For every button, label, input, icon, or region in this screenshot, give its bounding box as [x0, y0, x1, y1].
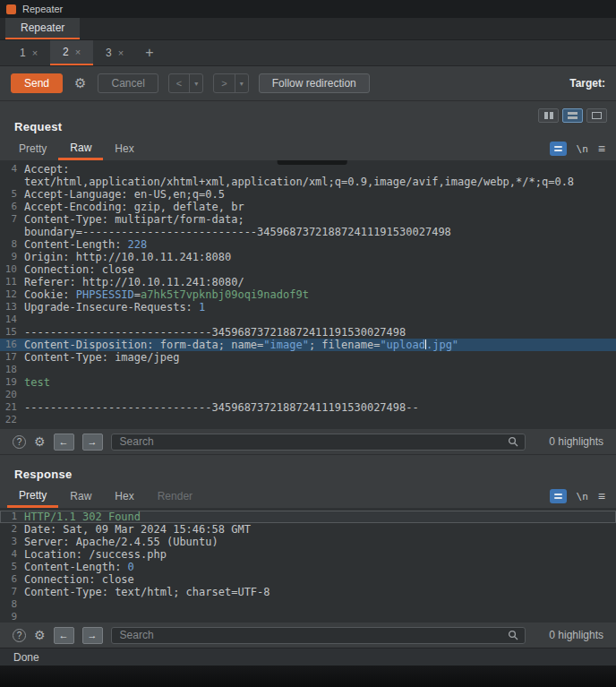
help-icon[interactable]: ?: [13, 629, 26, 642]
repeater-tab-1[interactable]: 1×: [7, 40, 50, 65]
code-line[interactable]: 7Content-Type: text/html; charset=UTF-8: [0, 586, 616, 598]
repeater-tab-bar: 1×2×3× +: [0, 40, 616, 66]
line-number: 2: [0, 523, 24, 536]
history-forward-button[interactable]: > ▾: [213, 73, 248, 93]
status-bar: Done: [0, 648, 616, 666]
code-line[interactable]: 6Connection: close: [0, 573, 616, 586]
line-number: 6: [0, 573, 24, 586]
code-line[interactable]: 1HTTP/1.1 302 Found: [0, 511, 616, 523]
response-tab-raw[interactable]: Raw: [58, 485, 103, 508]
response-search-input[interactable]: [118, 628, 503, 642]
close-tab-icon[interactable]: ×: [118, 47, 124, 58]
repeater-tabs: 1×2×3×: [7, 40, 136, 65]
code-line[interactable]: 21-----------------------------345968737…: [0, 401, 616, 414]
request-tab-pretty[interactable]: Pretty: [7, 137, 58, 160]
request-tab-hex[interactable]: Hex: [103, 137, 145, 160]
forward-arrow[interactable]: >: [214, 74, 234, 92]
editor-menu-icon[interactable]: ≡: [598, 142, 605, 156]
code-line[interactable]: 20: [0, 389, 616, 401]
show-newlines-icon[interactable]: \n: [577, 143, 588, 155]
code-line[interactable]: 8: [0, 598, 616, 611]
response-search-field[interactable]: [111, 627, 526, 644]
help-icon[interactable]: ?: [13, 435, 26, 449]
close-tab-icon[interactable]: ×: [32, 47, 38, 58]
code-text: Referer: http://10.10.11.241:8080/: [24, 276, 244, 288]
layout-single-button[interactable]: [586, 108, 607, 123]
code-line[interactable]: 9: [0, 611, 616, 623]
request-search-input[interactable]: [118, 434, 503, 449]
code-line[interactable]: 15-----------------------------345968737…: [0, 326, 616, 339]
forward-dropdown-icon[interactable]: ▾: [235, 74, 248, 92]
history-back-button[interactable]: < ▾: [168, 73, 203, 93]
syntax-highlight-icon[interactable]: [550, 142, 567, 156]
code-line[interactable]: 5Content-Length: 0: [0, 561, 616, 573]
tab-repeater[interactable]: Repeater: [5, 18, 80, 39]
code-line[interactable]: 8Content-Length: 228: [0, 238, 616, 251]
code-line[interactable]: 7Content-Type: multipart/form-data;: [0, 213, 616, 226]
previous-match-button[interactable]: ←: [54, 434, 74, 451]
code-line[interactable]: 16Content-Disposition: form-data; name="…: [0, 339, 616, 351]
code-line[interactable]: 6Accept-Encoding: gzip, deflate, br: [0, 201, 616, 213]
follow-redirection-button[interactable]: Follow redirection: [259, 73, 370, 93]
code-text: Accept-Encoding: gzip, deflate, br: [24, 201, 244, 213]
request-search-field[interactable]: [111, 434, 526, 451]
previous-match-button[interactable]: ←: [54, 627, 74, 644]
code-line[interactable]: 17Content-Type: image/jpeg: [0, 351, 616, 364]
code-line[interactable]: 18: [0, 364, 616, 376]
repeater-tab-2[interactable]: 2×: [50, 40, 93, 65]
editor-menu-icon[interactable]: ≡: [598, 489, 605, 503]
code-line[interactable]: 13Upgrade-Insecure-Requests: 1: [0, 301, 616, 313]
add-tab-button[interactable]: +: [136, 40, 163, 65]
request-tab-raw[interactable]: Raw: [58, 137, 103, 160]
code-line[interactable]: 3Server: Apache/2.4.55 (Ubuntu): [0, 536, 616, 548]
status-text: Done: [13, 651, 39, 664]
main-tab-bar: Repeater: [0, 18, 616, 40]
code-line[interactable]: text/html,application/xhtml+xml,applicat…: [0, 176, 616, 188]
code-line[interactable]: 19test: [0, 376, 616, 389]
layout-columns-button[interactable]: [538, 108, 559, 123]
search-settings-gear-icon[interactable]: ⚙: [34, 628, 46, 642]
line-number: 22: [0, 414, 24, 426]
next-match-button[interactable]: →: [82, 627, 103, 644]
editor-resize-handle[interactable]: [278, 160, 347, 165]
response-tab-render[interactable]: Render: [146, 485, 204, 508]
response-editor[interactable]: 1HTTP/1.1 302 Found2Date: Sat, 09 Mar 20…: [0, 508, 616, 623]
back-arrow[interactable]: <: [169, 74, 189, 92]
code-line[interactable]: boundary=---------------------------3459…: [0, 226, 616, 238]
code-line[interactable]: 22: [0, 414, 616, 426]
line-number: 4: [0, 548, 24, 561]
code-line[interactable]: 10Connection: close: [0, 263, 616, 276]
code-line[interactable]: 12Cookie: PHPSESSID=a7hk5t7vpknbj09oqi9n…: [0, 288, 616, 301]
send-button[interactable]: Send: [11, 73, 63, 93]
line-number: 17: [0, 351, 24, 364]
close-tab-icon[interactable]: ×: [75, 47, 81, 57]
response-tab-hex[interactable]: Hex: [103, 485, 145, 508]
code-line[interactable]: 4Location: /success.php: [0, 548, 616, 561]
code-line[interactable]: 4Accept:: [0, 163, 616, 176]
show-newlines-icon[interactable]: \n: [577, 491, 588, 502]
code-text: Content-Type: multipart/form-data;: [24, 213, 244, 226]
cancel-button[interactable]: Cancel: [98, 73, 158, 93]
code-text: Content-Disposition: form-data; name="im…: [24, 339, 458, 351]
code-text: boundary=---------------------------3459…: [24, 226, 451, 238]
code-line[interactable]: 5Accept-Language: en-US,en;q=0.5: [0, 188, 616, 201]
response-editor-tabs: PrettyRawHexRender \n ≡: [0, 485, 616, 508]
request-editor[interactable]: 4Accept:text/html,application/xhtml+xml,…: [0, 160, 616, 429]
line-number: 5: [0, 561, 24, 573]
code-line[interactable]: 11Referer: http://10.10.11.241:8080/: [0, 276, 616, 288]
code-text: Content-Length: 228: [24, 238, 147, 251]
code-line[interactable]: 14: [0, 313, 616, 326]
syntax-highlight-icon[interactable]: [550, 489, 567, 503]
layout-rows-button[interactable]: [562, 108, 583, 123]
search-settings-gear-icon[interactable]: ⚙: [34, 434, 46, 449]
code-line[interactable]: 2Date: Sat, 09 Mar 2024 15:46:58 GMT: [0, 523, 616, 536]
response-tab-pretty[interactable]: Pretty: [7, 485, 58, 508]
next-match-button[interactable]: →: [82, 434, 103, 451]
repeater-tab-3[interactable]: 3×: [93, 40, 136, 65]
request-title: Request: [14, 120, 62, 133]
back-dropdown-icon[interactable]: ▾: [189, 74, 202, 92]
line-number: 7: [0, 586, 24, 598]
code-line[interactable]: 9Origin: http://10.10.11.241:8080: [0, 251, 616, 263]
send-settings-gear-icon[interactable]: ⚙: [73, 75, 88, 91]
response-highlight-count: 0 highlights: [534, 629, 603, 641]
